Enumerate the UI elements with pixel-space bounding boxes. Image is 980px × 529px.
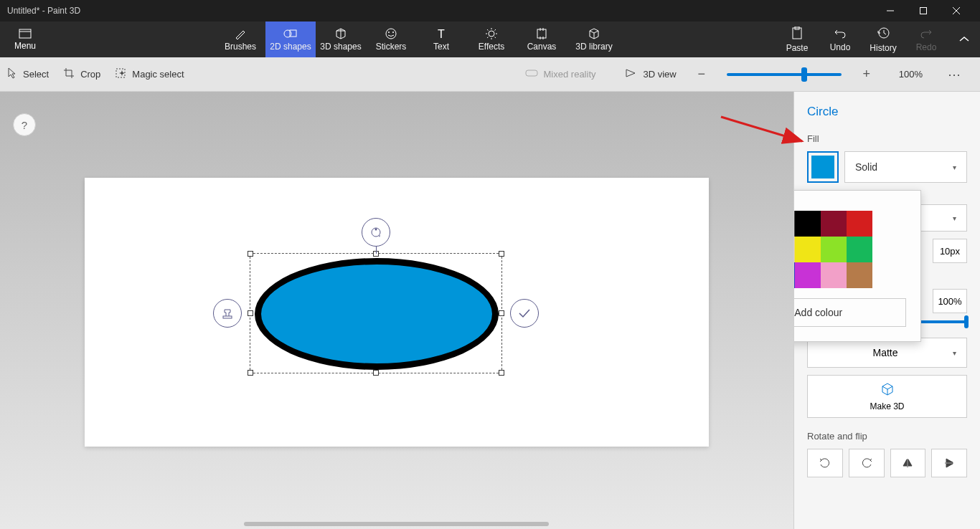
zoom-percent: 100% bbox=[899, 69, 923, 80]
paste-button[interactable]: Paste bbox=[776, 22, 819, 57]
tab-stickers[interactable]: Stickers bbox=[366, 22, 416, 57]
add-color-button[interactable]: + Add colour bbox=[793, 298, 906, 327]
selection-box[interactable] bbox=[250, 253, 502, 373]
svg-text:T: T bbox=[438, 28, 445, 39]
cursor-icon bbox=[7, 67, 17, 81]
svg-rect-21 bbox=[537, 29, 546, 38]
resize-handle-ne[interactable] bbox=[499, 251, 504, 257]
undo-button[interactable]: Undo bbox=[819, 22, 862, 57]
cube-icon bbox=[880, 382, 895, 399]
tab-canvas[interactable]: Canvas bbox=[517, 22, 567, 57]
title-bar: Untitled* - Paint 3D bbox=[0, 0, 980, 22]
rotate-cw-button[interactable] bbox=[807, 449, 843, 477]
resize-handle-e[interactable] bbox=[499, 310, 504, 316]
make-3d-button[interactable]: Make 3D bbox=[807, 375, 967, 418]
resize-handle-se[interactable] bbox=[499, 370, 504, 376]
menu-icon bbox=[19, 29, 32, 41]
menu-button[interactable]: Menu bbox=[0, 22, 50, 57]
redo-icon bbox=[920, 27, 933, 41]
fill-label: Fill bbox=[807, 133, 967, 144]
side-panel: Circle Fill Solid ▾ + Add colour ▾ 10px … bbox=[793, 92, 980, 529]
svg-point-32 bbox=[375, 229, 377, 231]
menu-label: Menu bbox=[14, 41, 36, 51]
sub-toolbar: Select Crop Magic select Mixed reality 3… bbox=[0, 57, 980, 92]
tab-brushes[interactable]: Brushes bbox=[215, 22, 265, 57]
zoom-out-button[interactable]: − bbox=[691, 64, 712, 85]
color-swatch[interactable] bbox=[795, 262, 821, 288]
horizontal-scrollbar[interactable] bbox=[244, 522, 549, 526]
crop-icon bbox=[63, 67, 75, 81]
color-swatch[interactable] bbox=[795, 237, 821, 262]
history-icon bbox=[877, 27, 890, 42]
window-title: Untitled* - Paint 3D bbox=[7, 6, 80, 16]
maximize-button[interactable] bbox=[907, 0, 940, 22]
commit-button[interactable] bbox=[510, 299, 539, 328]
color-swatch[interactable] bbox=[821, 211, 847, 237]
tab-3d-library[interactable]: 3D library bbox=[567, 22, 621, 57]
resize-handle-sw[interactable] bbox=[248, 370, 253, 376]
tab-3d-shapes[interactable]: 3D shapes bbox=[316, 22, 366, 57]
window-controls bbox=[874, 0, 973, 22]
zoom-handle[interactable] bbox=[801, 67, 807, 82]
ellipse-shape[interactable] bbox=[255, 258, 499, 370]
opacity-handle[interactable] bbox=[964, 315, 969, 328]
fill-color-swatch[interactable] bbox=[807, 151, 839, 183]
chevron-down-icon: ▾ bbox=[953, 349, 956, 357]
thickness-value[interactable]: 10px bbox=[933, 239, 967, 263]
stickers-icon bbox=[385, 27, 397, 40]
fill-color-inner bbox=[811, 156, 834, 178]
color-palette bbox=[793, 211, 906, 288]
minimize-button[interactable] bbox=[874, 0, 907, 22]
color-picker-popup: + Add colour bbox=[793, 190, 921, 342]
shapes2d-icon bbox=[283, 27, 298, 40]
resize-handle-w[interactable] bbox=[248, 310, 253, 316]
chevron-down-icon: ▾ bbox=[953, 163, 956, 171]
chevron-down-icon: ▾ bbox=[953, 214, 956, 222]
magic-icon bbox=[115, 67, 126, 81]
text-icon: T bbox=[435, 27, 447, 40]
canvas[interactable] bbox=[85, 178, 709, 447]
select-tool[interactable]: Select bbox=[7, 67, 49, 81]
tab-text[interactable]: T Text bbox=[416, 22, 466, 57]
help-button[interactable]: ? bbox=[13, 113, 36, 136]
opacity-value[interactable]: 100% bbox=[933, 289, 967, 313]
shapes3d-icon bbox=[334, 27, 347, 40]
history-button[interactable]: History bbox=[862, 22, 905, 57]
tab-2d-shapes[interactable]: 2D shapes bbox=[265, 22, 316, 57]
rotate-button[interactable] bbox=[362, 218, 390, 247]
color-swatch[interactable] bbox=[847, 211, 872, 237]
undo-icon bbox=[834, 27, 847, 41]
magic-select-tool[interactable]: Magic select bbox=[115, 67, 184, 81]
zoom-in-button[interactable]: + bbox=[856, 64, 877, 85]
3d-view-tool[interactable]: 3D view bbox=[625, 68, 677, 80]
canvas-icon bbox=[535, 27, 548, 40]
library3d-icon bbox=[588, 27, 600, 40]
svg-point-10 bbox=[392, 32, 394, 33]
tab-effects[interactable]: Effects bbox=[466, 22, 517, 57]
rotate-ccw-button[interactable] bbox=[849, 449, 885, 477]
color-swatch[interactable] bbox=[821, 237, 847, 262]
material-dropdown[interactable]: Matte ▾ bbox=[807, 338, 967, 368]
crop-tool[interactable]: Crop bbox=[63, 67, 100, 81]
zoom-slider[interactable] bbox=[727, 73, 842, 76]
flip-horizontal-button[interactable] bbox=[890, 449, 926, 477]
color-swatch[interactable] bbox=[847, 262, 872, 288]
effects-icon bbox=[485, 27, 498, 40]
svg-rect-1 bbox=[920, 8, 927, 14]
color-swatch[interactable] bbox=[847, 237, 872, 262]
color-swatch[interactable] bbox=[821, 262, 847, 288]
flip-vertical-button[interactable] bbox=[931, 449, 967, 477]
color-swatch[interactable] bbox=[795, 211, 821, 237]
close-button[interactable] bbox=[940, 0, 973, 22]
resize-handle-s[interactable] bbox=[373, 370, 379, 376]
mixed-reality-tool: Mixed reality bbox=[525, 68, 596, 80]
redo-button[interactable]: Redo bbox=[905, 22, 948, 57]
svg-rect-4 bbox=[19, 29, 31, 38]
brush-icon bbox=[234, 27, 247, 40]
fill-type-dropdown[interactable]: Solid ▾ bbox=[844, 151, 967, 183]
expand-panel-button[interactable] bbox=[948, 22, 980, 57]
resize-handle-nw[interactable] bbox=[248, 251, 253, 257]
stamp-button[interactable] bbox=[213, 299, 242, 328]
more-options[interactable]: ⋯ bbox=[948, 67, 962, 82]
view3d-icon bbox=[625, 68, 638, 80]
